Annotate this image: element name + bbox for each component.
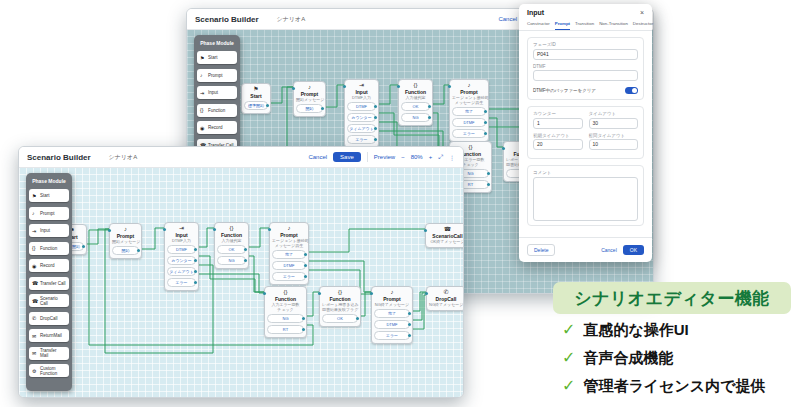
preview-button[interactable]: Preview (374, 154, 395, 160)
input-port[interactable] (318, 292, 321, 295)
sidebar-item-custom-function[interactable]: ⚙Custom Function (29, 364, 69, 377)
node-port-pill[interactable]: DTMF (452, 118, 486, 127)
output-port[interactable] (374, 105, 377, 108)
timeout-input[interactable]: 30 (589, 118, 639, 129)
node-port-pill[interactable]: タイムアウト (167, 267, 196, 276)
node-port-pill[interactable]: 開始 (296, 104, 323, 113)
zoom-in-button[interactable]: + (429, 154, 433, 160)
phase-id-input[interactable]: P041 (533, 49, 638, 60)
node-port-pill[interactable]: NG (217, 256, 246, 265)
flow-node-dropcall[interactable]: ✆DropCallNG終了メッセージ (426, 286, 464, 311)
sidebar-item-function[interactable]: {}Function (197, 104, 237, 117)
input-port[interactable] (268, 228, 271, 231)
cancel-button[interactable]: Cancel (308, 154, 327, 160)
more-menu-icon[interactable]: ⋮ (449, 154, 455, 161)
sidebar-item-transfer-mail[interactable]: ✉Transfer Mail (29, 347, 69, 360)
output-port[interactable] (374, 127, 377, 130)
node-port-pill[interactable]: OK (401, 102, 430, 111)
node-port-pill[interactable]: タイムアウト (347, 124, 376, 133)
output-port[interactable] (484, 132, 487, 135)
sidebar-item-prompt[interactable]: ♪Prompt (29, 207, 69, 220)
tab-constructor[interactable]: Constructor (527, 19, 550, 30)
output-port[interactable] (321, 107, 324, 110)
flow-node-prompt1[interactable]: ♪Prompt開始メッセージ開始 (109, 223, 142, 259)
input-port[interactable] (263, 292, 266, 295)
output-port[interactable] (484, 121, 487, 124)
zoom-out-button[interactable]: − (401, 154, 405, 160)
sidebar-item-scenario-call[interactable]: ☎Scenario Call (29, 294, 69, 307)
node-port-pill[interactable]: 完了 (374, 309, 410, 318)
ok-button[interactable]: OK (623, 245, 644, 255)
dtmf-input[interactable] (533, 70, 638, 81)
flow-node-start[interactable]: ⚑Start標準開始 (241, 83, 271, 114)
output-port[interactable] (408, 312, 411, 315)
sidebar-item-start[interactable]: ⚑Start (29, 189, 69, 202)
output-port[interactable] (304, 275, 307, 278)
input-port[interactable] (163, 228, 166, 231)
flow-node-scall[interactable]: ☎ScenarioCallOK終了メッセージ (425, 223, 464, 248)
sidebar-item-function[interactable]: {}Function (29, 242, 69, 255)
node-port-pill[interactable]: エラー (272, 272, 306, 281)
sidebar-item-start[interactable]: ⚑Start (197, 51, 237, 64)
delete-button[interactable]: Delete (527, 244, 555, 256)
tab-prompt[interactable]: Prompt (555, 19, 570, 30)
output-port[interactable] (302, 317, 305, 320)
sidebar-item-input[interactable]: ⇥Input (197, 86, 237, 99)
output-port[interactable] (194, 270, 197, 273)
output-port[interactable] (428, 105, 431, 108)
flow-node-prompt2[interactable]: ♪Promptエージェント接続前メッセージ再生完了DTMFエラー (269, 222, 309, 285)
node-port-pill[interactable]: NG (267, 314, 304, 323)
sidebar-item-record[interactable]: ◉Record (197, 121, 237, 134)
sidebar-item-transfer-call[interactable]: ☎Transfer Call (29, 277, 69, 290)
node-port-pill[interactable]: RT (267, 325, 304, 334)
flow-node-fn-report[interactable]: {}Functionレポート用書き込み回答結果反映フラグOK (319, 286, 361, 327)
input-port[interactable] (292, 87, 295, 90)
node-port-pill[interactable]: DTMF (374, 320, 410, 329)
output-port[interactable] (374, 138, 377, 141)
node-port-pill[interactable]: エラー (452, 129, 486, 138)
flow-node-fn-err[interactable]: {}Function入力エラー回数チェックNGRT (264, 286, 307, 338)
node-port-pill[interactable]: 開始 (112, 246, 139, 255)
input-port[interactable] (448, 85, 451, 88)
output-port[interactable] (304, 253, 307, 256)
node-port-pill[interactable]: カウンター (167, 256, 196, 265)
sidebar-item-drop-call[interactable]: ✆DropCall (29, 312, 69, 325)
input-port[interactable] (370, 292, 373, 295)
node-port-pill[interactable]: OK (322, 314, 358, 323)
node-port-pill[interactable]: エラー (167, 278, 196, 287)
node-port-pill[interactable]: DTMF (347, 102, 376, 111)
input-port[interactable] (397, 85, 400, 88)
flow-node-input[interactable]: ⇥InputDTMF入力DTMFカウンタータイムアウトエラー (164, 222, 199, 291)
input-port[interactable] (424, 229, 427, 232)
output-port[interactable] (356, 317, 359, 320)
output-port[interactable] (137, 249, 140, 252)
output-port[interactable] (82, 245, 85, 248)
flow-node-prompt1[interactable]: ♪Prompt開始メッセージ開始 (293, 81, 326, 117)
output-port[interactable] (408, 334, 411, 337)
output-port[interactable] (194, 281, 197, 284)
node-port-pill[interactable]: OK (217, 245, 246, 254)
close-icon[interactable]: × (640, 9, 644, 16)
counter-input[interactable]: 1 (533, 118, 583, 129)
output-port[interactable] (408, 323, 411, 326)
sidebar-item-return-mail[interactable]: ✉ReturnMail (29, 329, 69, 342)
flow-node-prompt3[interactable]: ♪PromptNG終了メッセージ完了DTMFエラー (371, 286, 413, 344)
node-port-pill[interactable]: DTMF (167, 245, 196, 254)
input-port[interactable] (108, 229, 111, 232)
output-port[interactable] (194, 248, 197, 251)
input-port[interactable] (213, 228, 216, 231)
sidebar-item-input[interactable]: ⇥Input (29, 224, 69, 237)
flow-node-function1[interactable]: {}Function入力値判定OKNG (214, 222, 249, 269)
input-port[interactable] (343, 85, 346, 88)
node-port-pill[interactable]: カウンター (347, 113, 376, 122)
tab-non-transition[interactable]: Non-Transition (599, 19, 628, 30)
interdigit-timeout-input[interactable]: 10 (589, 139, 639, 150)
node-port-pill[interactable]: 完了 (272, 250, 306, 259)
output-port[interactable] (374, 116, 377, 119)
node-port-pill[interactable]: DTMF (272, 261, 306, 270)
flow-node-prompt2[interactable]: ♪Promptエージェント接続前メッセージ再生完了DTMFエラー (449, 79, 489, 142)
flow-canvas-front[interactable] (19, 167, 463, 397)
output-port[interactable] (244, 259, 247, 262)
output-port[interactable] (428, 116, 431, 119)
output-port[interactable] (194, 259, 197, 262)
